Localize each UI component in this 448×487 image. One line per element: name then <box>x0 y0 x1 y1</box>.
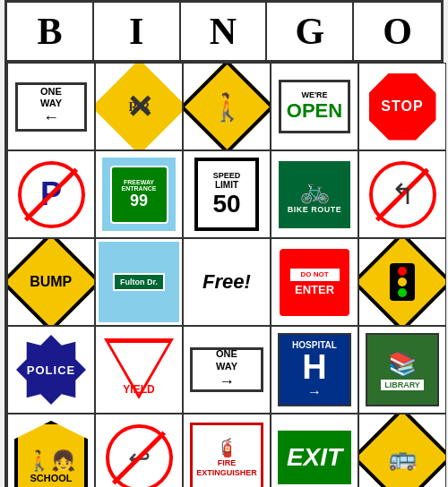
cell-one-way-2[interactable]: ONEWAY → <box>183 326 271 414</box>
sign-school: 🚶👧 SCHOOL <box>14 421 88 487</box>
cell-freeway[interactable]: FREEWAY ENTRANCE 99 <box>95 150 183 238</box>
free-space: Free! <box>202 270 251 294</box>
sign-fire-extinguisher: 🧯 FIREEXTINGUISHER <box>190 423 263 487</box>
sign-were-open: WE'RE OPEN <box>279 80 350 133</box>
letter-b: B <box>7 3 94 60</box>
sign-no-right-turn: ↱ <box>369 161 436 228</box>
sign-no-parking: P <box>18 161 85 228</box>
sign-exit: EXIT <box>278 431 351 484</box>
sign-yield: YIELD <box>104 338 174 401</box>
sign-hospital: HOSPITAL H → <box>278 333 351 406</box>
sign-library: 📚 LIBRARY <box>366 333 439 406</box>
sign-stop: STOP <box>369 73 436 141</box>
cell-school[interactable]: 🚶👧 SCHOOL <box>7 414 95 487</box>
sign-school-bus: 🚌 <box>358 414 446 487</box>
cell-police[interactable]: POLICE <box>7 326 95 414</box>
letter-g: G <box>267 3 354 60</box>
sign-one-way: ONEWAY ← <box>15 82 87 132</box>
sign-traffic-light <box>358 238 446 326</box>
sign-fulton-street: Fulton Dr. <box>99 242 179 322</box>
cell-no-parking[interactable]: P <box>7 150 95 238</box>
cell-no-uturn[interactable]: ↩ <box>95 414 183 487</box>
letter-n: N <box>181 3 268 60</box>
cell-school-bus[interactable]: 🚌 <box>358 414 446 487</box>
letter-i: I <box>94 3 181 60</box>
sign-speed-limit: SPEED LIMIT 50 <box>194 158 259 231</box>
sign-bike-route: 🚲 BIKE ROUTE <box>279 161 350 228</box>
sign-police: POLICE <box>16 335 86 405</box>
cell-railroad[interactable]: ✕ R R <box>95 63 183 150</box>
bingo-grid: ONEWAY ← ✕ R R 🚶 WE'RE OPEN <box>7 63 441 487</box>
cell-free[interactable]: Free! <box>183 238 271 326</box>
sign-one-way-2: ONEWAY → <box>190 347 263 392</box>
cell-hospital[interactable]: HOSPITAL H → <box>271 326 358 414</box>
cell-do-not-enter[interactable]: DO NOT ENTER <box>271 238 358 326</box>
cell-speed-limit[interactable]: SPEED LIMIT 50 <box>183 150 271 238</box>
sign-pedestrian: 🚶 <box>183 63 271 150</box>
cell-bike-route[interactable]: 🚲 BIKE ROUTE <box>271 150 358 238</box>
cell-were-open[interactable]: WE'RE OPEN <box>271 63 358 150</box>
cell-exit[interactable]: EXIT <box>271 414 358 487</box>
cell-no-turn[interactable]: ↱ <box>358 150 446 238</box>
cell-library[interactable]: 📚 LIBRARY <box>358 326 446 414</box>
sign-no-uturn: ↩ <box>106 424 173 488</box>
cell-stop[interactable]: STOP <box>358 63 446 150</box>
cell-fulton[interactable]: Fulton Dr. <box>95 238 183 326</box>
sign-do-not-enter: DO NOT ENTER <box>280 249 349 316</box>
letter-o: O <box>354 3 441 60</box>
cell-yield[interactable]: YIELD <box>95 326 183 414</box>
bingo-header: B I N G O <box>7 3 441 63</box>
cell-fire-extinguisher[interactable]: 🧯 FIREEXTINGUISHER <box>183 414 271 487</box>
sign-bump: BUMP <box>7 238 95 326</box>
sign-freeway-entrance: FREEWAY ENTRANCE 99 <box>102 158 176 231</box>
cell-traffic-light[interactable] <box>358 238 446 326</box>
sign-railroad: ✕ R R <box>95 63 183 150</box>
cell-pedestrian[interactable]: 🚶 <box>183 63 271 150</box>
cell-bump[interactable]: BUMP <box>7 238 95 326</box>
bingo-card: B I N G O ONEWAY ← ✕ R R 🚶 <box>4 0 444 487</box>
cell-one-way-1[interactable]: ONEWAY ← <box>7 63 95 150</box>
